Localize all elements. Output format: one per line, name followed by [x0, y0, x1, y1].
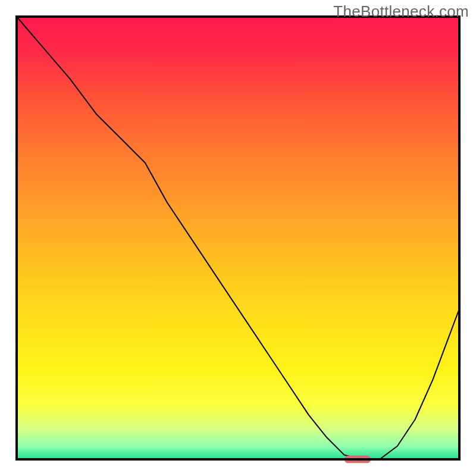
plot-background: [17, 17, 459, 459]
watermark-text: TheBottleneck.com: [333, 2, 469, 21]
chart-container: TheBottleneck.com: [0, 0, 476, 476]
bottleneck-chart: [0, 0, 476, 476]
